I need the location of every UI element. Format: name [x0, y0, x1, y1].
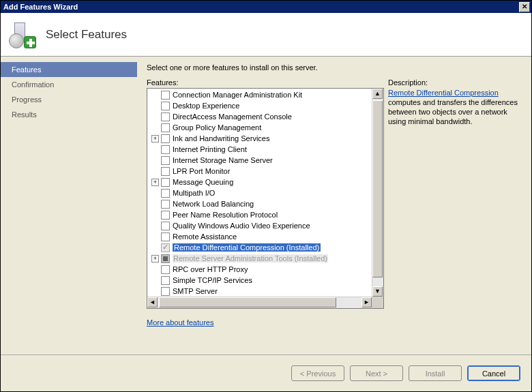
wizard-steps-sidebar: FeaturesConfirmationProgressResults: [1, 57, 137, 355]
expand-spacer: [151, 157, 159, 164]
feature-checkbox[interactable]: [161, 91, 170, 100]
expand-icon[interactable]: +: [151, 135, 159, 142]
feature-checkbox[interactable]: [161, 189, 170, 198]
feature-row[interactable]: DirectAccess Management Console: [147, 111, 372, 122]
expand-spacer: [151, 168, 159, 175]
feature-label[interactable]: SMTP Server: [173, 287, 218, 295]
sidebar-item-features[interactable]: Features: [1, 62, 137, 77]
description-body: computes and transfers the differences b…: [388, 98, 518, 125]
feature-label[interactable]: LPR Port Monitor: [173, 167, 230, 175]
description-label: Description:: [388, 78, 522, 87]
sidebar-item-confirmation[interactable]: Confirmation: [1, 77, 137, 92]
expand-spacer: [151, 124, 159, 132]
feature-label[interactable]: Connection Manager Administration Kit: [173, 91, 302, 99]
sidebar-item-progress[interactable]: Progress: [1, 92, 137, 107]
feature-label[interactable]: Ink and Handwriting Services: [173, 134, 269, 142]
feature-checkbox[interactable]: [161, 123, 170, 132]
feature-row[interactable]: Internet Storage Name Server: [147, 155, 372, 166]
expand-spacer: [151, 113, 159, 121]
feature-label[interactable]: Internet Storage Name Server: [173, 156, 273, 164]
expand-spacer: [151, 200, 159, 208]
feature-row[interactable]: Connection Manager Administration Kit: [147, 89, 372, 100]
feature-label[interactable]: DirectAccess Management Console: [173, 112, 292, 121]
feature-label[interactable]: RPC over HTTP Proxy: [173, 265, 248, 273]
feature-label[interactable]: Network Load Balancing: [173, 200, 254, 208]
wizard-button-bar: < Previous Next > Install Cancel: [1, 355, 531, 391]
feature-row[interactable]: Simple TCP/IP Services: [147, 275, 372, 286]
feature-label[interactable]: Desktop Experience: [173, 102, 239, 110]
feature-checkbox[interactable]: [161, 167, 170, 176]
feature-checkbox[interactable]: [161, 265, 170, 274]
features-tree[interactable]: Connection Manager Administration KitDes…: [147, 88, 384, 309]
feature-checkbox[interactable]: [161, 178, 170, 187]
feature-row[interactable]: +Remote Server Administration Tools (Ins…: [147, 253, 372, 264]
feature-label[interactable]: Peer Name Resolution Protocol: [173, 211, 278, 219]
feature-label[interactable]: Message Queuing: [173, 178, 233, 186]
sidebar-item-results[interactable]: Results: [1, 107, 137, 122]
feature-checkbox[interactable]: [161, 102, 170, 110]
feature-row[interactable]: Internet Printing Client: [147, 144, 372, 155]
page-title: Select Features: [46, 28, 127, 42]
expand-spacer: [151, 211, 159, 219]
feature-row[interactable]: Network Load Balancing: [147, 198, 372, 209]
instruction-text: Select one or more features to install o…: [147, 63, 522, 72]
feature-row[interactable]: +Message Queuing: [147, 177, 372, 187]
feature-checkbox[interactable]: [161, 145, 170, 154]
expand-spacer: [151, 146, 159, 153]
feature-row[interactable]: Quality Windows Audio Video Experience: [147, 220, 372, 231]
description-link[interactable]: Remote Differential Compression: [388, 89, 499, 97]
feature-row[interactable]: +Ink and Handwriting Services: [147, 133, 372, 144]
feature-checkbox[interactable]: [161, 134, 170, 143]
feature-row[interactable]: Group Policy Management: [147, 122, 372, 133]
feature-label[interactable]: Remote Differential Compression (Install…: [173, 243, 321, 252]
feature-checkbox[interactable]: [161, 254, 170, 263]
scroll-left-icon[interactable]: ◄: [147, 297, 158, 307]
content-area: FeaturesConfirmationProgressResults Sele…: [1, 57, 531, 355]
scroll-up-icon[interactable]: ▲: [372, 89, 383, 99]
feature-row[interactable]: Remote Differential Compression (Install…: [147, 242, 372, 253]
feature-row[interactable]: Remote Assistance: [147, 231, 372, 242]
expand-spacer: [151, 266, 159, 273]
expand-icon[interactable]: +: [151, 255, 159, 262]
cancel-button[interactable]: Cancel: [467, 365, 520, 381]
expand-spacer: [151, 277, 159, 284]
feature-row[interactable]: Desktop Experience: [147, 100, 372, 111]
feature-checkbox[interactable]: [161, 232, 170, 241]
feature-row[interactable]: Peer Name Resolution Protocol: [147, 209, 372, 220]
feature-checkbox[interactable]: [161, 222, 170, 230]
vertical-scrollbar[interactable]: ▲ ▼: [372, 89, 383, 297]
feature-label[interactable]: Remote Server Administration Tools (Inst…: [173, 254, 328, 262]
scrollbar-thumb[interactable]: [159, 297, 336, 307]
scrollbar-corner: [372, 297, 383, 308]
feature-checkbox[interactable]: [161, 211, 170, 220]
feature-checkbox[interactable]: [161, 276, 170, 285]
feature-row[interactable]: SMTP Server: [147, 286, 372, 297]
title-bar: Add Features Wizard ✕: [1, 1, 531, 13]
scrollbar-thumb[interactable]: [372, 100, 383, 277]
feature-checkbox[interactable]: [161, 112, 170, 121]
feature-label[interactable]: Remote Assistance: [173, 232, 237, 241]
expand-icon[interactable]: +: [151, 179, 159, 186]
feature-label[interactable]: Group Policy Management: [173, 123, 261, 132]
description-text: Remote Differential Compression computes…: [388, 88, 522, 126]
feature-checkbox[interactable]: [161, 287, 170, 296]
window-title: Add Features Wizard: [3, 3, 78, 11]
install-button[interactable]: Install: [409, 365, 462, 381]
feature-checkbox[interactable]: [161, 156, 170, 165]
previous-button[interactable]: < Previous: [291, 365, 344, 381]
feature-checkbox[interactable]: [161, 200, 170, 209]
expand-spacer: [151, 288, 159, 295]
feature-label[interactable]: Simple TCP/IP Services: [173, 276, 252, 284]
feature-label[interactable]: Multipath I/O: [173, 189, 215, 197]
next-button[interactable]: Next >: [350, 365, 403, 381]
close-icon[interactable]: ✕: [519, 2, 530, 12]
horizontal-scrollbar[interactable]: ◄ ►: [147, 297, 372, 308]
scroll-right-icon[interactable]: ►: [361, 297, 372, 307]
feature-row[interactable]: RPC over HTTP Proxy: [147, 264, 372, 275]
feature-label[interactable]: Internet Printing Client: [173, 145, 247, 153]
scroll-down-icon[interactable]: ▼: [372, 286, 383, 297]
feature-row[interactable]: LPR Port Monitor: [147, 166, 372, 177]
feature-row[interactable]: Multipath I/O: [147, 187, 372, 198]
more-about-features-link[interactable]: More about features: [147, 318, 213, 327]
feature-label[interactable]: Quality Windows Audio Video Experience: [173, 222, 310, 230]
